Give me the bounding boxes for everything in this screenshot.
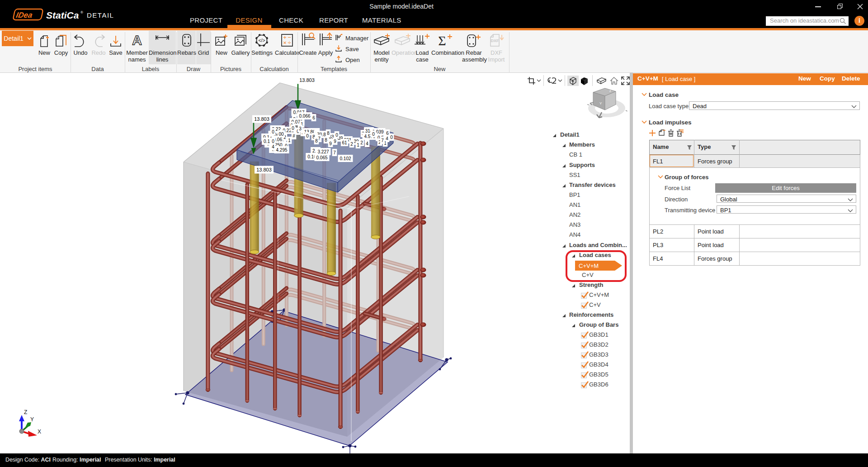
svg-text:®: ® xyxy=(80,10,83,14)
svg-text:Y: Y xyxy=(599,101,602,105)
svg-text:8: 8 xyxy=(325,138,327,143)
svg-text:8: 8 xyxy=(315,138,318,143)
svg-text:0: 0 xyxy=(390,135,393,140)
svg-text:6: 6 xyxy=(386,131,389,136)
svg-text:13.803: 13.803 xyxy=(256,167,272,172)
svg-text:4: 4 xyxy=(366,141,368,146)
svg-text:×: × xyxy=(283,39,287,46)
svg-text:0: 0 xyxy=(306,133,309,138)
svg-text:Y: Y xyxy=(30,416,34,423)
svg-text:0: 0 xyxy=(335,133,338,138)
svg-text:#: # xyxy=(292,133,295,138)
svg-text:2: 2 xyxy=(350,142,353,147)
svg-text:0: 0 xyxy=(372,132,375,137)
svg-text:1: 1 xyxy=(357,143,359,148)
svg-text:2: 2 xyxy=(360,140,363,145)
svg-text:StatiCa: StatiCa xyxy=(46,10,79,20)
svg-text:00: 00 xyxy=(278,132,284,137)
svg-text:4: 4 xyxy=(272,144,274,149)
svg-text:0.066: 0.066 xyxy=(299,114,310,119)
svg-text:13.803: 13.803 xyxy=(254,116,269,122)
svg-text:0.065: 0.065 xyxy=(316,155,327,160)
svg-text:A: A xyxy=(132,33,142,48)
svg-text:Z: Z xyxy=(24,409,27,415)
svg-text:61: 61 xyxy=(342,140,347,145)
svg-text:Σ: Σ xyxy=(438,33,446,48)
svg-text:8: 8 xyxy=(327,131,330,136)
svg-text:DETAIL: DETAIL xyxy=(87,11,114,19)
svg-text:3.227: 3.227 xyxy=(317,149,329,154)
svg-text:4.295: 4.295 xyxy=(276,148,287,152)
svg-text:6: 6 xyxy=(312,115,315,120)
svg-text:÷: ÷ xyxy=(288,39,291,46)
svg-text:9: 9 xyxy=(334,139,336,144)
svg-text:1: 1 xyxy=(288,138,291,143)
svg-text:</>: </> xyxy=(258,38,265,43)
svg-text:z: z xyxy=(609,89,611,92)
svg-text:7: 7 xyxy=(333,150,336,155)
svg-text:X: X xyxy=(38,429,41,435)
svg-text:0: 0 xyxy=(292,126,294,131)
svg-text:3: 3 xyxy=(299,126,302,131)
svg-text:7: 7 xyxy=(381,138,384,143)
svg-text:0.102: 0.102 xyxy=(340,156,351,161)
svg-text:0: 0 xyxy=(272,139,274,144)
svg-text:DXF: DXF xyxy=(491,38,500,43)
svg-text:13.803: 13.803 xyxy=(299,77,315,83)
svg-text:0: 0 xyxy=(272,129,274,134)
svg-text:IDea: IDea xyxy=(15,10,34,19)
svg-text:9: 9 xyxy=(329,141,332,146)
svg-text:0.1: 0.1 xyxy=(264,139,270,144)
